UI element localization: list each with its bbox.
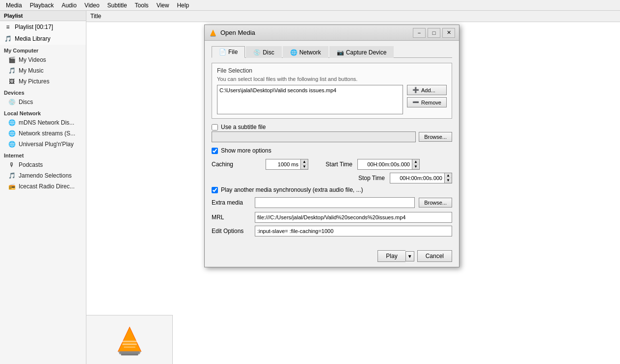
menu-help[interactable]: Help bbox=[173, 1, 193, 10]
tab-disc-label: Disc bbox=[263, 49, 274, 56]
icecast-icon: 📻 bbox=[8, 182, 16, 190]
stop-time-input[interactable]: 00H:00m:00s.000 bbox=[390, 174, 444, 182]
file-list-box[interactable]: C:\Users\jalal\Desktop\Valid seconds iss… bbox=[217, 85, 403, 114]
extra-media-input[interactable] bbox=[255, 197, 415, 208]
show-more-checkbox[interactable] bbox=[212, 148, 218, 154]
menu-playback[interactable]: Playback bbox=[26, 1, 58, 10]
tab-network-label: Network bbox=[299, 49, 321, 56]
play-dropdown-button[interactable]: ▼ bbox=[405, 251, 414, 261]
sidebar-item-media-library[interactable]: 🎵 Media Library bbox=[0, 33, 86, 45]
tab-network[interactable]: 🌐 Network bbox=[283, 46, 328, 58]
tab-disc[interactable]: 💿 Disc bbox=[246, 46, 281, 58]
dialog-footer: Play ▼ Cancel bbox=[205, 246, 459, 267]
sidebar-item-playlist[interactable]: ≡ Playlist [00:17] bbox=[0, 21, 86, 33]
remove-button-label: Remove bbox=[421, 100, 441, 105]
upnp-label: Universal Plug'n'Play bbox=[19, 141, 74, 148]
sidebar-item-network-streams[interactable]: 🌐 Network streams (S... bbox=[0, 128, 86, 139]
subtitle-checkbox[interactable] bbox=[212, 124, 218, 130]
discs-label: Discs bbox=[19, 99, 33, 105]
menu-media[interactable]: Media bbox=[2, 1, 26, 10]
subtitle-browse-button[interactable]: Browse... bbox=[419, 132, 452, 142]
sidebar-item-jamendo[interactable]: 🎵 Jamendo Selections bbox=[0, 170, 86, 181]
open-media-dialog: Open Media − □ ✕ 📄 File bbox=[204, 25, 459, 267]
menu-audio[interactable]: Audio bbox=[57, 1, 81, 10]
show-more-label-text: Show more options bbox=[221, 147, 271, 154]
start-time-down-button[interactable]: ▼ bbox=[412, 164, 419, 169]
mdns-label: mDNS Network Dis... bbox=[19, 119, 74, 126]
caching-label: Caching bbox=[212, 161, 261, 168]
show-more-row: Show more options bbox=[212, 147, 452, 154]
sync-label[interactable]: Play another media synchronously (extra … bbox=[221, 186, 363, 193]
more-options-section: Caching ▲ ▼ Start Time 00H:00m:00s.000 bbox=[212, 159, 452, 236]
stop-time-up-button[interactable]: ▲ bbox=[445, 173, 452, 178]
menu-subtitle[interactable]: Subtitle bbox=[104, 1, 131, 10]
subtitle-file-input[interactable] bbox=[212, 131, 416, 142]
edit-options-row: Edit Options :input-slave= :file-caching… bbox=[212, 226, 452, 236]
sync-checkbox[interactable] bbox=[212, 187, 218, 193]
my-music-label: My Music bbox=[19, 67, 44, 74]
tab-file[interactable]: 📄 File bbox=[212, 46, 245, 58]
extra-media-label: Extra media bbox=[212, 199, 251, 206]
caching-row: Caching ▲ ▼ Start Time 00H:00m:00s.000 bbox=[212, 159, 452, 170]
sidebar-item-podcasts[interactable]: 🎙 Podcasts bbox=[0, 159, 86, 170]
stop-time-spin-buttons: ▲ ▼ bbox=[444, 173, 452, 183]
my-videos-label: My Videos bbox=[19, 56, 46, 63]
subtitle-file-row: Browse... bbox=[212, 131, 452, 142]
extra-browse-button[interactable]: Browse... bbox=[419, 198, 452, 208]
file-buttons: ➕ Add... ➖ Remove bbox=[407, 85, 447, 107]
sidebar-item-my-music[interactable]: 🎵 My Music bbox=[0, 65, 86, 76]
file-selection-box: File Selection You can select local file… bbox=[212, 63, 452, 119]
mrl-row: MRL file:///C:/Users/jalal/Desktop/Valid… bbox=[212, 212, 452, 223]
sidebar-item-my-pictures[interactable]: 🖼 My Pictures bbox=[0, 76, 86, 87]
file-selection-row: C:\Users\jalal\Desktop\Valid seconds iss… bbox=[217, 85, 447, 114]
tab-file-label: File bbox=[228, 49, 238, 55]
minimize-button[interactable]: − bbox=[413, 28, 426, 38]
devices-section: Devices bbox=[0, 87, 86, 97]
playlist-header: Playlist bbox=[0, 11, 86, 21]
dialog-titlebar: Open Media − □ ✕ bbox=[205, 25, 459, 41]
subtitle-checkbox-label[interactable]: Use a subtitle file bbox=[221, 124, 266, 130]
podcasts-icon: 🎙 bbox=[8, 161, 16, 169]
sidebar-item-upnp[interactable]: 🌐 Universal Plug'n'Play bbox=[0, 139, 86, 150]
network-streams-icon: 🌐 bbox=[8, 130, 16, 137]
menu-view[interactable]: View bbox=[153, 1, 173, 10]
tab-capture-device[interactable]: 📷 Capture Device bbox=[329, 46, 394, 58]
caching-input[interactable] bbox=[266, 160, 300, 168]
sync-label-text: Play another media synchronously (extra … bbox=[221, 186, 363, 193]
my-music-icon: 🎵 bbox=[8, 67, 16, 75]
stop-time-row: Stop Time 00H:00m:00s.000 ▲ ▼ bbox=[212, 173, 452, 183]
dialog-title-text: Open Media bbox=[220, 29, 255, 36]
subtitle-label-text: Use a subtitle file bbox=[221, 124, 266, 130]
add-button[interactable]: ➕ Add... bbox=[407, 85, 447, 95]
menu-video[interactable]: Video bbox=[81, 1, 103, 10]
remove-button[interactable]: ➖ Remove bbox=[407, 97, 447, 107]
play-button[interactable]: Play bbox=[377, 250, 405, 262]
caching-spin-buttons: ▲ ▼ bbox=[300, 159, 308, 169]
maximize-button[interactable]: □ bbox=[428, 28, 440, 38]
start-time-input[interactable]: 00H:00m:00s.000 bbox=[358, 160, 412, 168]
sidebar-item-mdns[interactable]: 🌐 mDNS Network Dis... bbox=[0, 117, 86, 128]
file-selection-desc: You can select local files with the foll… bbox=[217, 76, 447, 82]
mrl-input[interactable]: file:///C:/Users/jalal/Desktop/Valid%20s… bbox=[255, 212, 452, 223]
my-pictures-icon: 🖼 bbox=[8, 78, 16, 85]
stop-time-down-button[interactable]: ▼ bbox=[445, 178, 452, 183]
caching-down-button[interactable]: ▼ bbox=[301, 164, 308, 169]
caching-up-button[interactable]: ▲ bbox=[301, 159, 308, 164]
sidebar-item-discs[interactable]: 💿 Discs bbox=[0, 97, 86, 107]
capture-tab-icon: 📷 bbox=[337, 49, 344, 56]
close-button[interactable]: ✕ bbox=[442, 28, 455, 38]
sidebar-item-my-videos[interactable]: 🎬 My Videos bbox=[0, 54, 86, 65]
start-time-spinbox: 00H:00m:00s.000 ▲ ▼ bbox=[357, 159, 420, 170]
edit-options-input[interactable]: :input-slave= :file-caching=1000 bbox=[255, 226, 452, 236]
sidebar-item-icecast[interactable]: 📻 Icecast Radio Direc... bbox=[0, 181, 86, 192]
show-more-label[interactable]: Show more options bbox=[221, 147, 271, 154]
discs-icon: 💿 bbox=[8, 98, 16, 106]
sidebar: Playlist ≡ Playlist [00:17] 🎵 Media Libr… bbox=[0, 11, 86, 364]
local-network-section: Local Network bbox=[0, 107, 86, 117]
edit-options-label: Edit Options bbox=[212, 228, 251, 234]
stop-time-label: Stop Time bbox=[346, 175, 385, 182]
menu-tools[interactable]: Tools bbox=[131, 1, 153, 10]
add-icon: ➕ bbox=[412, 87, 419, 93]
cancel-button[interactable]: Cancel bbox=[417, 250, 452, 262]
start-time-up-button[interactable]: ▲ bbox=[412, 159, 419, 164]
